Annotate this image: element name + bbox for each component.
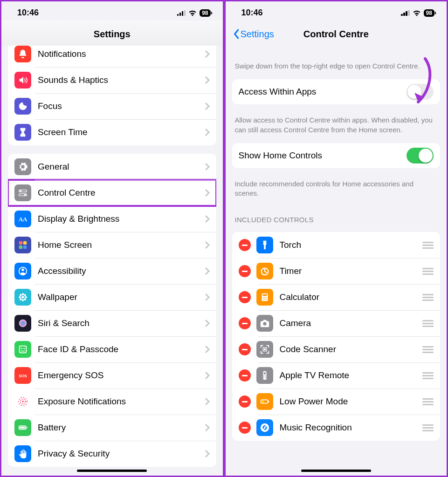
settings-row-sounds-haptics[interactable]: Sounds & Haptics (8, 67, 216, 93)
chevron-right-icon (205, 320, 210, 327)
chevron-left-icon (232, 29, 240, 39)
settings-row-battery[interactable]: Battery (8, 415, 216, 441)
control-row-torch: Torch (232, 232, 441, 258)
control-label: Code Scanner (280, 344, 418, 354)
remove-button[interactable] (239, 343, 251, 355)
svg-point-18 (20, 298, 22, 300)
settings-row-notifications[interactable]: Notifications (8, 46, 216, 67)
lowpower-icon (256, 393, 273, 410)
status-bar: 10:46 98 (1, 1, 223, 20)
svg-point-22 (21, 348, 22, 349)
page-title: Settings (1, 29, 223, 40)
wifi-icon (413, 10, 421, 16)
chevron-right-icon (205, 372, 210, 379)
drag-handle[interactable] (418, 398, 434, 405)
svg-point-27 (22, 401, 24, 402)
svg-point-40 (263, 322, 266, 326)
chevron-right-icon (205, 398, 210, 405)
home-indicator[interactable] (77, 470, 147, 472)
camera-icon (256, 315, 273, 332)
settings-row-screen-time[interactable]: Screen Time (8, 119, 216, 145)
svg-point-45 (263, 375, 264, 376)
drag-handle[interactable] (418, 424, 434, 431)
settings-row-home-screen[interactable]: Home Screen (8, 232, 216, 258)
row-label: Wallpaper (38, 292, 205, 302)
chevron-right-icon (205, 424, 210, 431)
access-footer: Allow access to Control Centre within ap… (226, 113, 447, 138)
settings-row-emergency-sos[interactable]: SOSEmergency SOS (8, 362, 216, 388)
bell-icon (14, 46, 31, 62)
svg-point-38 (264, 299, 265, 300)
svg-rect-50 (268, 401, 269, 402)
settings-row-wallpaper[interactable]: Wallpaper (8, 284, 216, 310)
control-row-code-scanner: Code Scanner (232, 336, 441, 362)
remote-icon (256, 367, 273, 384)
access-within-apps-toggle[interactable] (407, 84, 434, 100)
show-home-controls-label: Show Home Controls (239, 150, 407, 161)
settings-row-general[interactable]: General (8, 154, 216, 180)
show-home-controls-toggle[interactable] (407, 148, 434, 164)
wifi-icon (188, 10, 197, 16)
drag-handle[interactable] (418, 320, 434, 327)
svg-rect-33 (262, 294, 267, 296)
battery-level-icon: 98 (424, 9, 434, 17)
svg-point-37 (263, 299, 264, 300)
control-label: Low Power Mode (280, 396, 418, 407)
svg-point-1 (20, 190, 22, 192)
svg-point-34 (263, 297, 264, 298)
settings-content[interactable]: NotificationsSounds & HapticsFocusScreen… (1, 46, 223, 476)
control-row-calculator: Calculator (232, 284, 441, 310)
exposure-icon (14, 393, 31, 410)
drag-handle[interactable] (418, 294, 434, 301)
row-label: Control Centre (38, 188, 205, 198)
remove-button[interactable] (239, 265, 251, 277)
chevron-right-icon (205, 76, 210, 84)
drag-handle[interactable] (418, 346, 434, 353)
chevron-right-icon (205, 215, 210, 223)
back-button[interactable]: Settings (232, 29, 274, 40)
settings-row-siri-search[interactable]: Siri & Search (8, 310, 216, 336)
row-label: Exposure Notifications (38, 396, 205, 407)
remove-button[interactable] (239, 422, 251, 434)
control-row-apple-tv-remote: Apple TV Remote (232, 362, 441, 388)
home-footer: Include recommended controls for Home ac… (226, 177, 447, 202)
chevron-right-icon (205, 102, 210, 110)
remove-button[interactable] (239, 239, 251, 251)
settings-row-control-centre[interactable]: Control Centre (8, 180, 216, 206)
settings-row-face-id-passcode[interactable]: Face ID & Passcode (8, 336, 216, 362)
row-label: Face ID & Passcode (38, 344, 205, 354)
settings-row-focus[interactable]: Focus (8, 93, 216, 119)
status-time: 10:46 (241, 8, 263, 18)
svg-point-39 (265, 299, 266, 300)
control-centre-content[interactable]: Swipe down from the top-right edge to op… (226, 46, 447, 476)
home-indicator[interactable] (301, 470, 371, 472)
svg-rect-21 (20, 346, 27, 353)
settings-row-display-brightness[interactable]: AADisplay & Brightness (8, 206, 216, 232)
flower-icon (14, 289, 31, 306)
settings-row-privacy-security[interactable]: Privacy & Security (8, 441, 216, 467)
remove-button[interactable] (239, 369, 251, 382)
svg-rect-42 (264, 348, 266, 350)
remove-button[interactable] (239, 291, 251, 303)
settings-row-exposure-notifications[interactable]: Exposure Notifications (8, 388, 216, 415)
access-within-apps-row: Access Within Apps (232, 79, 441, 104)
chevron-right-icon (205, 241, 210, 249)
settings-row-accessibility[interactable]: Accessibility (8, 258, 216, 284)
chevron-right-icon (205, 267, 210, 275)
svg-point-19 (24, 298, 26, 300)
drag-handle[interactable] (418, 268, 434, 275)
cellular-signal-icon (401, 10, 410, 16)
svg-point-12 (22, 293, 24, 295)
drag-handle[interactable] (418, 242, 434, 249)
access-within-apps-label: Access Within Apps (239, 87, 407, 97)
svg-point-46 (265, 375, 266, 376)
control-label: Camera (280, 318, 418, 328)
row-label: Notifications (38, 49, 205, 59)
included-controls-header: Included Controls (226, 202, 447, 227)
cellular-signal-icon (177, 10, 186, 16)
svg-point-23 (23, 348, 25, 349)
remove-button[interactable] (239, 317, 251, 329)
drag-handle[interactable] (418, 372, 434, 379)
remove-button[interactable] (239, 395, 251, 408)
svg-rect-7 (19, 245, 22, 249)
